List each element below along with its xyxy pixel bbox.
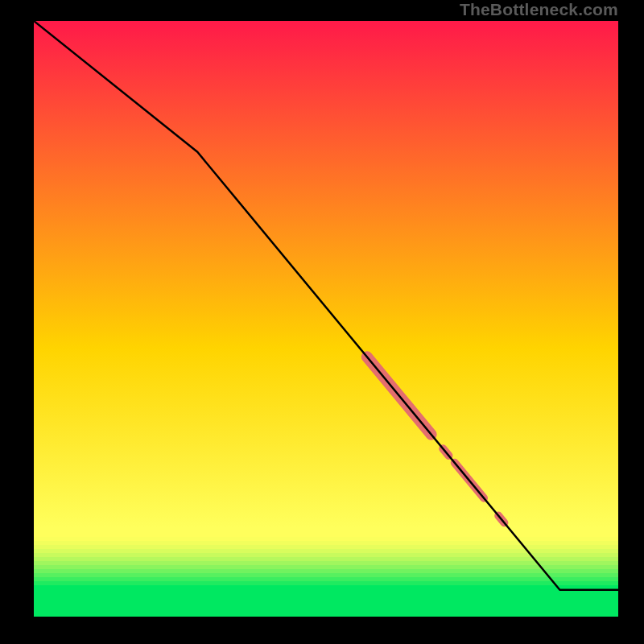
chart-svg bbox=[34, 21, 618, 617]
svg-rect-3 bbox=[34, 545, 618, 550]
svg-rect-9 bbox=[34, 569, 618, 574]
chart-bottom-gradient bbox=[34, 533, 618, 590]
stage: TheBottleneck.com bbox=[0, 0, 644, 644]
svg-rect-4 bbox=[34, 549, 618, 554]
watermark-text: TheBottleneck.com bbox=[460, 0, 618, 19]
svg-rect-7 bbox=[34, 561, 618, 566]
chart-background bbox=[34, 21, 618, 617]
svg-rect-11 bbox=[34, 577, 618, 582]
chart-green-band bbox=[34, 589, 618, 617]
svg-rect-2 bbox=[34, 541, 618, 546]
chart-plot-area bbox=[34, 21, 618, 617]
svg-rect-12 bbox=[34, 581, 618, 586]
svg-rect-0 bbox=[34, 533, 618, 538]
svg-rect-6 bbox=[34, 557, 618, 562]
svg-rect-10 bbox=[34, 573, 618, 578]
svg-rect-8 bbox=[34, 565, 618, 570]
svg-rect-1 bbox=[34, 537, 618, 542]
svg-rect-13 bbox=[34, 585, 618, 590]
